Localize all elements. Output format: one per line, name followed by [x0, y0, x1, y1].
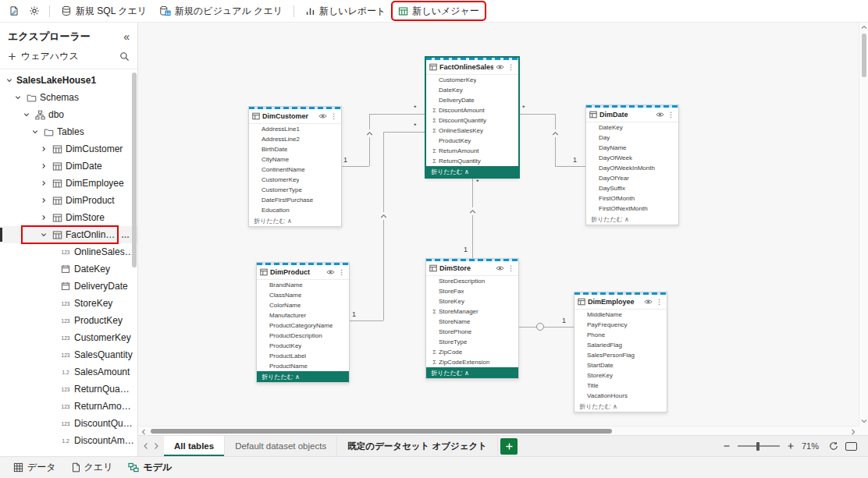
tree-item-dimdate[interactable]: DimDate [0, 158, 137, 175]
field-manufacturer[interactable]: Manufacturer [257, 310, 349, 320]
new-visual-query-button[interactable]: 新規のビジュアル クエリ [154, 2, 288, 19]
field-zipcodeextension[interactable]: ΣZipCodeExtension [426, 357, 518, 367]
new-item-button[interactable] [5, 2, 23, 19]
relationship-line-dimcustomer-factonlinesales[interactable] [369, 114, 370, 166]
field-discountamount[interactable]: ΣDiscountAmount [426, 105, 518, 115]
table-card-header[interactable]: DimDate⋮ [586, 108, 678, 122]
field-vacationhours[interactable]: VacationHours [575, 391, 667, 401]
field-payfrequency[interactable]: PayFrequency [575, 320, 667, 330]
field-returnquantity[interactable]: ΣReturnQuantity [426, 156, 518, 166]
tree-item-productkey[interactable]: 123ProductKey [0, 312, 137, 329]
tree-item-discountamo[interactable]: 1.2DiscountAmo... [0, 432, 137, 449]
relationship-line-dimcustomer-factonlinesales[interactable] [342, 166, 369, 167]
field-continentname[interactable]: ContinentName [249, 165, 341, 175]
field-deliverydate[interactable]: DeliveryDate [426, 95, 518, 105]
chevron-down-icon[interactable] [5, 76, 14, 84]
collapse-table-button[interactable]: 折りたたむ ∧ [575, 401, 667, 412]
field-startdate[interactable]: StartDate [575, 360, 667, 370]
field-salespersonflag[interactable]: SalesPersonFlag [575, 350, 667, 360]
more-options-icon[interactable]: ⋮ [337, 268, 346, 276]
field-middlename[interactable]: MiddleName [575, 310, 667, 320]
chevron-right-icon[interactable] [39, 197, 48, 204]
relationship-line-factonlinesales-dimdate[interactable] [519, 114, 555, 115]
diagram-table-factonlinesales[interactable]: FactOnlineSales⋮CustomerKeyDateKeyDelive… [425, 57, 519, 178]
chevron-right-icon[interactable] [39, 145, 48, 153]
tree-item-returnquantity[interactable]: 123ReturnQuantity [0, 381, 137, 398]
tree-item-dbo[interactable]: dbo [0, 106, 137, 123]
field-productname[interactable]: ProductName [257, 361, 349, 371]
tree-item-onlinesaleskey[interactable]: 123OnlineSalesKey [0, 243, 137, 260]
add-warehouse-button[interactable]: ウェアハウス [8, 50, 119, 63]
diagram-table-dimproduct[interactable]: DimProduct⋮BrandNameClassNameColorNameMa… [256, 262, 350, 383]
field-day[interactable]: Day [586, 133, 678, 143]
relationship-line-dimcustomer-factonlinesales[interactable] [369, 114, 425, 115]
collapse-table-button[interactable]: 折りたたむ ∧ [426, 166, 518, 177]
field-brandname[interactable]: BrandName [257, 280, 349, 290]
relationship-line-dimstore-dimemployee[interactable] [518, 327, 574, 328]
tree-item-returnamount[interactable]: 123ReturnAmount [0, 398, 137, 415]
new-sql-query-button[interactable]: 新規 SQL クエリ [55, 2, 152, 19]
collapse-table-button[interactable]: 折りたたむ ∧ [257, 371, 349, 382]
zoom-out-button[interactable] [723, 442, 731, 450]
field-classname[interactable]: ClassName [257, 290, 349, 300]
field-phone[interactable]: Phone [575, 330, 667, 340]
zoom-in-button[interactable] [787, 442, 795, 450]
tree-item-factonlines[interactable]: FactOnlineS...… [0, 226, 137, 243]
relationship-line-dimproduct-factonlinesales[interactable] [383, 132, 384, 320]
field-datefirstpurchase[interactable]: DateFirstPurchase [249, 195, 341, 205]
tree-item-deliverydate[interactable]: DeliveryDate [0, 278, 137, 295]
field-returnamount[interactable]: ΣReturnAmount [426, 146, 518, 156]
tree-item-saleslakehouse1[interactable]: SalesLakeHouse1 [0, 72, 137, 89]
chevron-down-icon[interactable] [30, 128, 40, 136]
tree-item-dimcustomer[interactable]: DimCustomer [0, 140, 137, 158]
more-options-icon[interactable]: ⋮ [655, 298, 663, 306]
field-firstofmonth[interactable]: FirstOfMonth [586, 193, 678, 204]
fit-to-screen-icon[interactable] [845, 442, 857, 451]
relationship-line-factonlinesales-dimdate[interactable] [555, 166, 585, 167]
canvas-horizontal-scrollbar[interactable] [138, 426, 859, 435]
eye-icon[interactable] [644, 299, 653, 305]
new-report-button[interactable]: 新しいレポート [300, 2, 391, 19]
field-firstofnextmonth[interactable]: FirstOfNextMonth [586, 204, 678, 214]
chevron-right-icon[interactable] [39, 179, 48, 187]
relationship-line-dimproduct-factonlinesales[interactable] [350, 320, 383, 321]
add-layout-button[interactable] [500, 438, 518, 455]
tree-item-dimstore[interactable]: DimStore [0, 209, 137, 226]
field-customerkey[interactable]: CustomerKey [249, 175, 341, 185]
field-discountquantity[interactable]: ΣDiscountQuantity [426, 115, 518, 126]
sidebar-scrollbar[interactable] [132, 73, 137, 267]
tree-item-schemas[interactable]: Schemas [0, 89, 137, 106]
scroll-up-icon[interactable] [861, 25, 867, 30]
eye-icon[interactable] [496, 64, 504, 70]
view-switch-model[interactable]: モデル [121, 459, 179, 476]
tab-default-dataset-objects[interactable]: Default dataset objects [225, 436, 337, 456]
field-onlinesaleskey[interactable]: ΣOnlineSalesKey [426, 126, 518, 136]
table-card-header[interactable]: DimEmployee⋮ [575, 295, 667, 310]
tree-item-dimemployee[interactable]: DimEmployee [0, 175, 137, 192]
horizontal-scrollbar-thumb[interactable] [151, 429, 612, 434]
relationship-line-dimstore-factonlinesales[interactable] [472, 176, 473, 258]
field-colorname[interactable]: ColorName [257, 300, 349, 310]
tree-item-storekey[interactable]: 123StoreKey [0, 295, 137, 312]
field-customerkey[interactable]: CustomerKey [426, 75, 518, 85]
field-dayofyear[interactable]: DayOfYear [586, 173, 678, 183]
field-storedescription[interactable]: StoreDescription [426, 276, 518, 286]
eye-icon[interactable] [318, 113, 327, 119]
relationship-line-factonlinesales-dimdate[interactable] [555, 114, 556, 166]
diagram-table-dimstore[interactable]: DimStore⋮StoreDescriptionStoreFaxStoreKe… [425, 258, 519, 379]
field-productkey[interactable]: ProductKey [257, 341, 349, 351]
model-canvas[interactable]: 1*1**11*1 FactOnlineSales⋮CustomerKeyDat… [138, 23, 868, 435]
more-options-icon[interactable]: ⋮ [667, 111, 675, 119]
relationship-line-dimproduct-factonlinesales[interactable] [383, 132, 425, 133]
tree-item-discountquan[interactable]: 123DiscountQuan... [0, 415, 137, 432]
field-dayname[interactable]: DayName [586, 143, 678, 153]
field-productlabel[interactable]: ProductLabel [257, 351, 349, 361]
eye-icon[interactable] [326, 269, 335, 275]
table-card-header[interactable]: DimProduct⋮ [257, 265, 349, 280]
zoom-slider-thumb[interactable] [756, 442, 760, 451]
table-card-header[interactable]: DimStore⋮ [426, 261, 518, 276]
vertical-scrollbar-thumb[interactable] [862, 34, 866, 77]
tree-item-salesamount[interactable]: 1.2SalesAmount [0, 363, 137, 381]
more-options-icon[interactable]: ⋮ [507, 63, 515, 71]
field-title[interactable]: Title [575, 381, 667, 391]
